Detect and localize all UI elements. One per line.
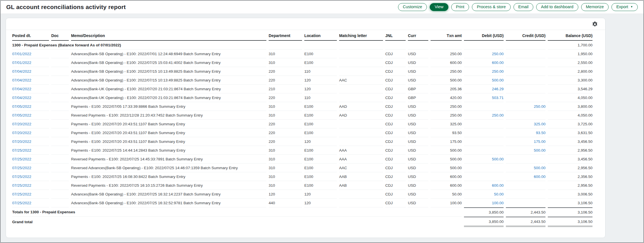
posted-date-link[interactable]: 07/25/2022 bbox=[12, 183, 31, 188]
report-table-wrap: Posted dt.DocMemo/DescriptionDepartmentL… bbox=[6, 30, 605, 232]
cell-empty bbox=[304, 41, 337, 50]
debit-amount-link[interactable]: 600.00 bbox=[492, 61, 504, 65]
cell-posted-date: 07/25/2022 bbox=[12, 164, 49, 172]
totals-debit: 3,850.00 bbox=[464, 207, 504, 217]
posted-date-link[interactable]: 07/25/2022 bbox=[12, 192, 31, 196]
debit-amount-link[interactable]: 500.00 bbox=[492, 157, 504, 161]
group-balance-forward: 1,700.00 bbox=[548, 41, 592, 50]
cell-posted-date: 07/25/2022 bbox=[12, 146, 49, 155]
cell-debit: 500.00 bbox=[464, 155, 504, 164]
cell-empty bbox=[408, 41, 428, 50]
cell-memo-description: Advances(Bank-UK Operating) - E100: 2022… bbox=[71, 85, 266, 93]
posted-date-link[interactable]: 07/25/2022 bbox=[12, 175, 31, 179]
cell-debit: 50.00 bbox=[464, 190, 504, 199]
posted-date-link[interactable]: 07/04/2022 bbox=[12, 69, 31, 74]
debit-amount-link[interactable]: 503.71 bbox=[492, 96, 504, 100]
cell-balance: 1,950.00 bbox=[548, 50, 592, 58]
cell-jnl: CDJ bbox=[385, 190, 406, 199]
cell-department: 310 bbox=[269, 164, 302, 172]
caret-down-icon: ▼ bbox=[630, 6, 633, 8]
cell-department: 310 bbox=[269, 58, 302, 67]
posted-date-link[interactable]: 07/20/2022 bbox=[12, 122, 31, 126]
credit-amount-link[interactable]: 600.00 bbox=[534, 175, 545, 179]
cell-currency: USD bbox=[408, 67, 428, 76]
cell-jnl: CDJ bbox=[385, 199, 406, 207]
totals-label: Totals for 1300 - Prepaid Expenses bbox=[12, 207, 462, 217]
posted-date-link[interactable]: 07/25/2022 bbox=[12, 201, 31, 205]
posted-date-link[interactable]: 07/01/2022 bbox=[12, 52, 31, 56]
cell-department: 220 bbox=[269, 93, 302, 102]
posted-date-link[interactable]: 07/04/2022 bbox=[12, 87, 31, 91]
cell-posted-date: 07/20/2022 bbox=[12, 128, 49, 137]
credit-amount-link[interactable]: 500.00 bbox=[534, 166, 545, 170]
cell-credit: 600.00 bbox=[506, 172, 545, 181]
cell-currency: USD bbox=[408, 50, 428, 58]
button-label: Add to dashboard bbox=[541, 5, 573, 9]
cell-location: 110 bbox=[304, 93, 337, 102]
export-button[interactable]: Export▼ bbox=[611, 3, 638, 11]
credit-amount-link[interactable]: 250.00 bbox=[534, 104, 545, 109]
totals-row: Totals for 1300 - Prepaid Expenses 3,850… bbox=[12, 207, 592, 217]
debit-amount-link[interactable]: 250.00 bbox=[492, 52, 504, 56]
cell-credit bbox=[506, 67, 545, 76]
customize-button[interactable]: Customize bbox=[398, 3, 427, 11]
view-button[interactable]: View bbox=[430, 3, 448, 11]
cell-credit bbox=[506, 50, 545, 58]
credit-amount-link[interactable]: 175.00 bbox=[534, 139, 545, 144]
cell-location: E100 bbox=[304, 155, 337, 164]
debit-amount-link[interactable]: 100.00 bbox=[492, 201, 504, 205]
posted-date-link[interactable]: 07/04/2022 bbox=[12, 78, 31, 82]
cell-balance: 4,050.00 bbox=[548, 93, 592, 102]
posted-date-link[interactable]: 07/05/2022 bbox=[12, 104, 31, 109]
credit-amount-link[interactable]: 325.00 bbox=[534, 122, 545, 126]
email-button[interactable]: Email bbox=[514, 3, 533, 11]
posted-date-link[interactable]: 07/25/2022 bbox=[12, 166, 31, 170]
cell-memo-description: Payments - E100: 2022/07/20 20:43:51:110… bbox=[71, 128, 266, 137]
cell-department: 120 bbox=[269, 190, 302, 199]
cell-matching-letter bbox=[339, 128, 383, 137]
debit-amount-link[interactable]: 500.00 bbox=[492, 78, 504, 82]
debit-amount-link[interactable]: 50.00 bbox=[494, 192, 504, 196]
cell-currency: USD bbox=[408, 190, 428, 199]
table-row: 07/25/2022 Reversed Payments - E100: 202… bbox=[12, 181, 592, 190]
cell-department: 310 bbox=[269, 155, 302, 164]
cell-credit bbox=[506, 58, 545, 67]
debit-amount-link[interactable]: 250.00 bbox=[492, 113, 504, 117]
settings-gear-button[interactable] bbox=[592, 21, 598, 27]
column-header-matching-letter: Matching letter bbox=[339, 31, 383, 41]
cell-txn-amount: 205.36 bbox=[431, 85, 462, 93]
memorize-button[interactable]: Memorize bbox=[581, 3, 609, 11]
debit-amount-link[interactable]: 600.00 bbox=[492, 183, 504, 188]
cell-matching-letter: AAC bbox=[339, 164, 383, 172]
posted-date-link[interactable]: 07/25/2022 bbox=[12, 157, 31, 161]
cell-currency: USD bbox=[408, 120, 428, 128]
posted-date-link[interactable]: 07/20/2022 bbox=[12, 131, 31, 135]
credit-amount-link[interactable]: 93.50 bbox=[536, 131, 545, 135]
cell-credit: 175.00 bbox=[506, 137, 545, 146]
table-row: 07/25/2022 Payments - E100: 2022/07/25 1… bbox=[12, 146, 592, 155]
cell-department: 220 bbox=[269, 137, 302, 146]
print-button[interactable]: Print bbox=[451, 3, 469, 11]
cell-posted-date: 07/20/2022 bbox=[12, 137, 49, 146]
posted-date-link[interactable]: 07/01/2022 bbox=[12, 61, 31, 65]
posted-date-link[interactable]: 07/04/2022 bbox=[12, 96, 31, 100]
posted-date-link[interactable]: 07/20/2022 bbox=[12, 139, 31, 144]
cell-currency: USD bbox=[408, 181, 428, 190]
cell-credit: 500.00 bbox=[506, 164, 545, 172]
cell-credit bbox=[506, 181, 545, 190]
grand-total-credit: 2,443.50 bbox=[506, 217, 545, 227]
posted-date-link[interactable]: 07/25/2022 bbox=[12, 148, 31, 152]
cell-currency: USD bbox=[408, 137, 428, 146]
posted-date-link[interactable]: 07/05/2022 bbox=[12, 113, 31, 117]
debit-amount-link[interactable]: 246.29 bbox=[492, 87, 504, 91]
add-to-dashboard-button[interactable]: Add to dashboard bbox=[536, 3, 578, 11]
credit-amount-link[interactable]: 500.00 bbox=[534, 148, 545, 152]
cell-location: 120 bbox=[304, 199, 337, 207]
cell-jnl: CDJ bbox=[385, 120, 406, 128]
cell-balance: 3,300.00 bbox=[548, 76, 592, 85]
process-and-store-button[interactable]: Process & store bbox=[472, 3, 510, 11]
cell-location: E100 bbox=[304, 102, 337, 111]
cell-currency: GBP bbox=[408, 93, 428, 102]
cell-txn-amount: 600.00 bbox=[431, 58, 462, 67]
debit-amount-link[interactable]: 250.00 bbox=[492, 69, 504, 74]
